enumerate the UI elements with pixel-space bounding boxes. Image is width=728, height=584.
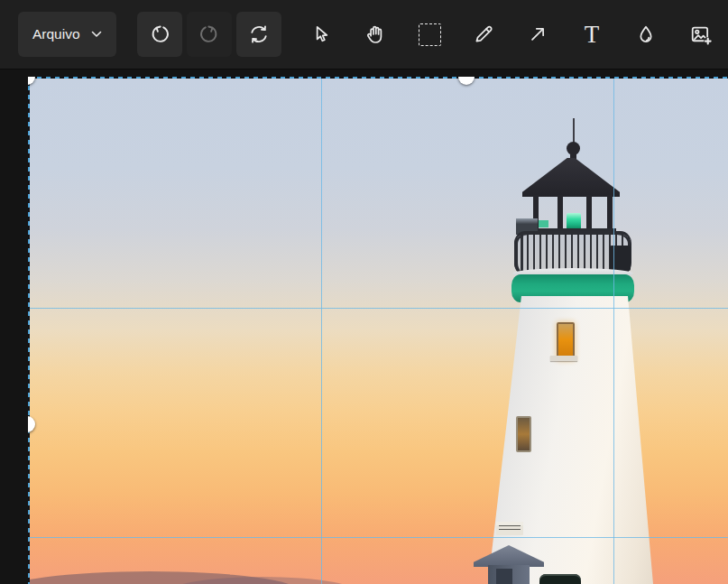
crop-gridline-vertical-2 [613,77,614,584]
lit-window [557,322,575,360]
cursor-arrow-icon [309,23,333,46]
droplet-icon [634,23,658,46]
lighthouse [28,77,728,584]
editor-canvas [0,70,728,584]
redo-button [187,12,232,57]
toolbar: Arquivo [0,0,728,70]
arrow-tool-button[interactable] [520,14,556,54]
text-tool-icon: T [585,23,600,47]
lantern-pillar [607,195,613,233]
ink-drop-tool-button[interactable] [628,14,664,54]
small-window [516,416,531,452]
image-editor-window: Arquivo [0,0,728,584]
pencil-tool-button[interactable] [465,14,502,54]
crop-gridline-horizontal-1 [28,308,728,309]
select-tool-button[interactable] [303,14,339,54]
add-image-tool-button[interactable] [682,14,718,54]
gallery-green-glass [539,220,548,227]
crop-gridline-vertical-1 [321,77,322,584]
lantern-pillar [586,195,592,233]
marquee-tool-button[interactable] [411,14,447,54]
lantern-pillar [558,195,563,233]
file-menu-button[interactable]: Arquivo [18,12,116,57]
add-image-icon [688,23,713,47]
crop-border-top[interactable] [28,77,728,79]
redo-icon [197,22,222,47]
reset-rotate-icon [246,22,272,47]
crop-border-left[interactable] [28,77,30,584]
pan-tool-button[interactable] [357,14,393,54]
tool-group: T [303,14,718,54]
pencil-icon [472,23,495,46]
undo-icon [147,22,172,47]
lighthouse-roof [522,158,620,197]
tower-sign [496,522,523,535]
marquee-selection-icon [419,23,441,46]
window-sill [550,356,577,361]
diagonal-arrow-icon [526,23,549,46]
base-structure-panel [496,569,512,584]
hand-icon [364,23,387,46]
lighthouse-doorway [539,574,581,584]
chevron-down-icon [91,31,102,38]
photo-lighthouse-sunset[interactable] [28,77,728,584]
text-tool-button[interactable]: T [574,14,610,54]
crop-gridline-horizontal-2 [28,537,728,538]
undo-button[interactable] [137,12,182,57]
reset-rotate-button[interactable] [236,12,281,57]
file-menu-label: Arquivo [32,26,80,42]
